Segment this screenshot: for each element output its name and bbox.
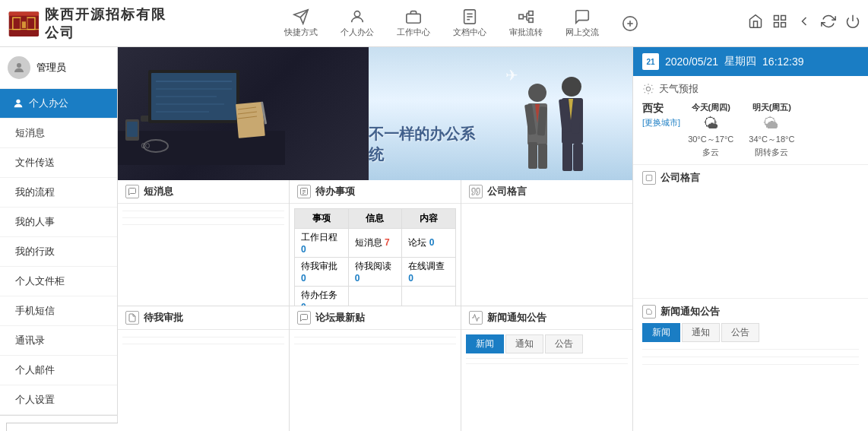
grid-icon[interactable] — [772, 14, 787, 33]
svg-rect-15 — [529, 18, 534, 23]
panel-motto-header: 公司格言 — [461, 180, 632, 204]
sidebar-item-mypersonnel[interactable]: 我的人事 — [0, 208, 117, 237]
svg-rect-14 — [529, 11, 534, 16]
main-layout: 管理员 个人办公 短消息 文件传送 我的流程 我的人事 我的行政 个人文件柜 手… — [0, 47, 868, 431]
news-tabs: 新闻 通知 公告 — [466, 334, 628, 353]
panel-news-header: 新闻通知公告 — [461, 306, 632, 330]
cell-approval: 待我审批 0 — [295, 258, 349, 287]
today-temp: 30°C～17°C — [688, 134, 733, 145]
panel-motto-title: 公司格言 — [487, 185, 527, 198]
send-icon — [293, 8, 309, 25]
panel-pending: 待我审批 — [118, 306, 289, 432]
back-icon[interactable] — [797, 14, 812, 33]
news-section-tab-announce[interactable]: 公告 — [721, 323, 759, 342]
panel-messages: 短消息 — [118, 180, 289, 306]
search-input[interactable] — [6, 423, 129, 432]
cell-schedule: 工作日程 0 — [295, 229, 349, 258]
nav-forum[interactable]: 网上交流 — [558, 5, 607, 41]
nav-work-label: 工作中心 — [397, 27, 430, 38]
sidebar-section-personal[interactable]: 个人办公 — [0, 89, 117, 119]
col-info: 信息 — [348, 209, 402, 229]
nav-work[interactable]: 工作中心 — [389, 5, 438, 41]
sidebar-search — [0, 415, 117, 431]
todo-table: 事项 信息 内容 工作日程 0 短消息 7 论坛 0 — [294, 208, 456, 306]
sidebar-item-contacts[interactable]: 通讯录 — [0, 326, 117, 356]
svg-rect-47 — [127, 122, 138, 137]
sidebar-item-settings[interactable]: 个人设置 — [0, 385, 117, 415]
nav-personal-label: 个人办公 — [341, 27, 374, 38]
table-row: 待办任务 0 — [295, 287, 456, 306]
news-section-tab-notice[interactable]: 通知 — [682, 323, 720, 342]
news-section-tab-news[interactable]: 新闻 — [642, 323, 680, 342]
news-tab-announce[interactable]: 公告 — [545, 334, 583, 353]
nav-docs[interactable]: 文档中心 — [445, 5, 494, 41]
panel-forum-header: 论坛最新贴 — [290, 306, 461, 330]
today-weather: 今天(周四) 🌤 30°C～17°C 多云 — [688, 102, 733, 158]
weather-content: 西安 [更换城市] 今天(周四) 🌤 30°C～17°C 多云 明天(周五) 🌥… — [642, 102, 859, 158]
refresh-icon[interactable] — [821, 14, 836, 33]
nav-personal[interactable]: 个人办公 — [333, 5, 382, 41]
nav-quick-label: 快捷方式 — [284, 27, 318, 38]
sidebar-item-myadmin[interactable]: 我的行政 — [0, 237, 117, 267]
svg-point-50 — [528, 84, 546, 102]
panel-forum: 论坛最新贴 — [290, 306, 461, 432]
svg-point-29 — [16, 100, 20, 103]
cell-survey: 在线调查 0 — [402, 258, 456, 287]
nav-approval-label: 审批流转 — [509, 27, 543, 38]
todo-icon — [297, 185, 311, 198]
power-icon[interactable] — [845, 14, 860, 33]
laptop-svg: ∞ — [118, 47, 285, 165]
panel-news-body: 新闻 通知 公告 — [461, 330, 632, 432]
svg-line-70 — [651, 92, 652, 93]
nav-quick[interactable]: 快捷方式 — [277, 5, 325, 41]
plus-icon — [622, 15, 638, 32]
sidebar-section-label: 个人办公 — [29, 97, 68, 110]
nav-add[interactable] — [614, 12, 646, 35]
svg-rect-60 — [562, 142, 572, 171]
svg-point-28 — [17, 63, 21, 68]
logo-area: 陕西开源招标有限公司 — [8, 5, 175, 42]
sidebar-item-myflow[interactable]: 我的流程 — [0, 178, 117, 208]
chat-icon — [574, 8, 591, 25]
tomorrow-temp: 34°C～18°C — [749, 134, 794, 145]
banner: ∞ ✈ — [118, 47, 632, 180]
datetime-weekday: 星期四 — [724, 55, 756, 68]
datetime-bar: 21 2020/05/21 星期四 16:12:39 — [633, 47, 868, 76]
nav-docs-label: 文档中心 — [453, 27, 486, 38]
sidebar-item-sms[interactable]: 手机短信 — [0, 296, 117, 326]
svg-point-56 — [562, 77, 581, 97]
news-section-right: 新闻通知公告 新闻 通知 公告 — [633, 299, 868, 432]
weather-title: 天气预报 — [642, 82, 859, 96]
news-section-tabs: 新闻 通知 公告 — [642, 323, 859, 342]
motto-section-header: 公司格言 — [642, 171, 859, 185]
calendar-icon: 21 — [642, 53, 659, 70]
sidebar-item-filetransfer[interactable]: 文件传送 — [0, 148, 117, 178]
news-tab-news[interactable]: 新闻 — [466, 334, 504, 353]
datetime-date: 2020/05/21 — [665, 55, 718, 68]
logo-icon — [8, 6, 40, 40]
panel-messages-header: 短消息 — [118, 180, 289, 204]
sidebar-item-filecabinet[interactable]: 个人文件柜 — [0, 267, 117, 296]
cell-msg: 短消息 7 — [348, 229, 402, 258]
sidebar: 管理员 个人办公 短消息 文件传送 我的流程 我的人事 我的行政 个人文件柜 手… — [0, 47, 118, 431]
home-icon[interactable] — [748, 14, 763, 33]
sidebar-item-email[interactable]: 个人邮件 — [0, 356, 117, 385]
svg-line-73 — [645, 92, 645, 93]
sidebar-item-messages[interactable]: 短消息 — [0, 119, 117, 148]
nav-approval[interactable]: 审批流转 — [502, 5, 550, 41]
panel-todo-header: 待办事项 — [290, 180, 461, 204]
panel-pending-header: 待我审批 — [118, 306, 289, 330]
panel-motto-body — [461, 204, 632, 306]
change-city-link[interactable]: [更换城市] — [642, 117, 680, 128]
svg-point-7 — [354, 11, 360, 17]
svg-rect-13 — [519, 14, 524, 19]
flow-icon — [518, 8, 534, 25]
motto-section-icon — [642, 171, 656, 185]
panel-motto: 公司格言 — [461, 180, 632, 306]
svg-rect-41 — [236, 102, 265, 138]
news-tab-notice[interactable]: 通知 — [505, 334, 543, 353]
header: 陕西开源招标有限公司 快捷方式 个人办公 工作中心 — [0, 0, 868, 47]
news-section-icon — [642, 305, 656, 318]
news-section-header: 新闻通知公告 — [642, 305, 859, 318]
cloud-icon: 🌥 — [764, 115, 779, 132]
